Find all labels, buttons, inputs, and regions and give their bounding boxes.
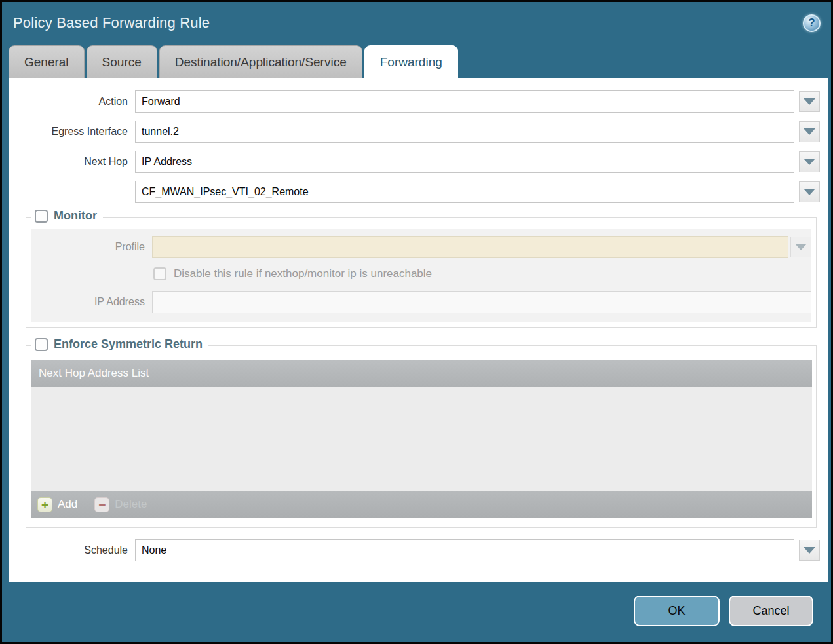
tab-source[interactable]: Source xyxy=(87,45,157,78)
delete-button-label: Delete xyxy=(115,498,147,511)
next-hop-type-select[interactable]: IP Address xyxy=(135,151,794,173)
chevron-down-icon xyxy=(804,128,815,135)
next-hop-address-row: CF_MWAN_IPsec_VTI_02_Remote xyxy=(9,181,828,203)
egress-interface-select[interactable]: tunnel.2 xyxy=(135,121,794,143)
monitor-ip-address-label: IP Address xyxy=(31,296,145,308)
next-hop-label: Next Hop xyxy=(9,156,128,168)
schedule-label: Schedule xyxy=(9,544,128,556)
chevron-down-icon xyxy=(804,547,815,554)
enforce-symmetric-return-fieldset: Enforce Symmetric Return Next Hop Addres… xyxy=(26,345,817,528)
chevron-down-icon xyxy=(804,98,815,105)
profile-select xyxy=(152,236,788,258)
monitor-disabled-panel: Profile Disable this rule if nexthop/mon… xyxy=(31,229,811,322)
chevron-down-icon xyxy=(795,244,807,250)
next-hop-row: Next Hop IP Address xyxy=(9,151,828,173)
ok-button[interactable]: OK xyxy=(634,596,720,626)
next-hop-address-input[interactable]: CF_MWAN_IPsec_VTI_02_Remote xyxy=(135,181,794,203)
add-button-label: Add xyxy=(58,498,77,511)
cancel-button[interactable]: Cancel xyxy=(729,596,813,626)
help-icon[interactable]: ? xyxy=(803,14,821,32)
next-hop-dropdown-button[interactable] xyxy=(799,151,820,172)
schedule-row: Schedule None xyxy=(9,539,828,561)
schedule-select[interactable]: None xyxy=(135,539,794,561)
enforce-symmetric-return-checkbox[interactable] xyxy=(35,338,48,351)
egress-interface-row: Egress Interface tunnel.2 xyxy=(9,121,828,143)
next-hop-address-table-body[interactable] xyxy=(31,387,812,491)
dialog-footer: OK Cancel xyxy=(2,582,831,640)
plus-icon: + xyxy=(37,497,52,512)
chevron-down-icon xyxy=(804,159,815,165)
egress-interface-label: Egress Interface xyxy=(9,126,128,138)
next-hop-address-dropdown-button[interactable] xyxy=(799,181,820,202)
delete-button: − Delete xyxy=(94,497,147,512)
monitor-ip-address-row: IP Address xyxy=(31,291,811,313)
tab-strip: General Source Destination/Application/S… xyxy=(2,44,831,78)
monitor-ip-address-input xyxy=(152,291,811,313)
tab-destination-application-service[interactable]: Destination/Application/Service xyxy=(159,45,362,78)
dialog-title: Policy Based Forwarding Rule xyxy=(13,14,210,31)
disable-rule-checkbox xyxy=(153,267,166,280)
profile-dropdown-button xyxy=(790,237,811,257)
action-label: Action xyxy=(9,96,128,107)
next-hop-address-table-header: Next Hop Address List xyxy=(31,360,812,387)
add-button[interactable]: + Add xyxy=(37,497,77,512)
profile-label: Profile xyxy=(31,241,145,253)
action-select[interactable]: Forward xyxy=(135,90,794,113)
action-row: Action Forward xyxy=(9,90,828,113)
chevron-down-icon xyxy=(804,189,815,195)
next-hop-address-table-toolbar: + Add − Delete xyxy=(31,491,812,518)
dialog-titlebar: Policy Based Forwarding Rule ? xyxy=(2,2,831,44)
forwarding-tab-panel: Action Forward Egress Interface tunnel.2… xyxy=(9,78,828,582)
enforce-symmetric-return-legend: Enforce Symmetric Return xyxy=(31,337,208,351)
egress-interface-dropdown-button[interactable] xyxy=(799,121,820,142)
monitor-fieldset: Monitor Profile Disable this rule if nex… xyxy=(26,217,817,328)
disable-rule-row: Disable this rule if nexthop/monitor ip … xyxy=(153,267,811,280)
monitor-legend-label: Monitor xyxy=(54,209,97,223)
tab-general[interactable]: General xyxy=(9,45,85,78)
schedule-dropdown-button[interactable] xyxy=(799,540,820,561)
profile-row: Profile xyxy=(31,236,811,258)
minus-icon: − xyxy=(94,497,109,512)
tab-forwarding[interactable]: Forwarding xyxy=(364,45,458,78)
monitor-checkbox[interactable] xyxy=(35,210,48,223)
disable-rule-label: Disable this rule if nexthop/monitor ip … xyxy=(174,267,432,280)
next-hop-address-table: Next Hop Address List + Add − Delete xyxy=(31,360,812,518)
monitor-legend: Monitor xyxy=(31,209,103,223)
enforce-symmetric-return-legend-label: Enforce Symmetric Return xyxy=(54,337,203,351)
action-dropdown-button[interactable] xyxy=(799,91,820,112)
policy-based-forwarding-dialog: Policy Based Forwarding Rule ? General S… xyxy=(0,0,833,644)
